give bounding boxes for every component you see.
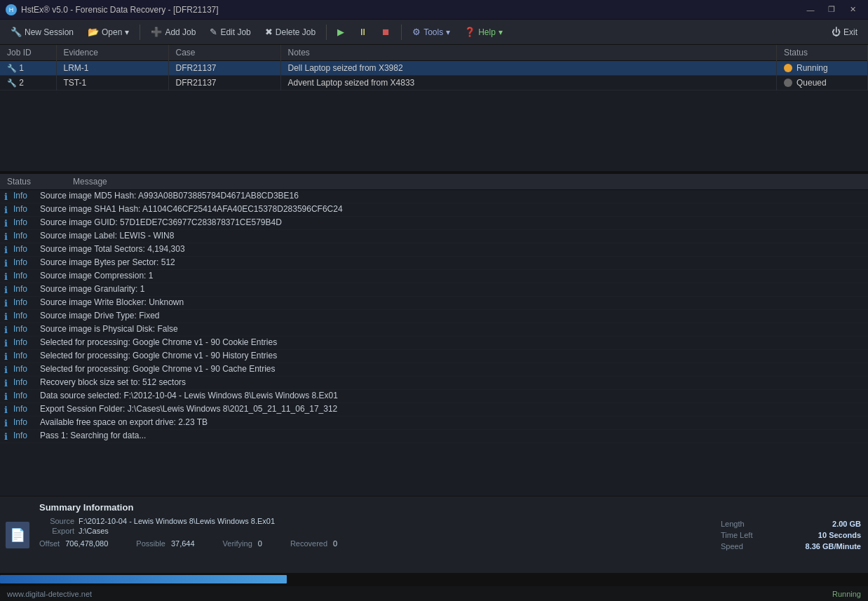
summary-panel: 📄 Summary Information Source F:\2012-10-… [0,496,868,573]
job-table-header: Job ID Evidence Case Notes Status [0,45,868,61]
length-row: Length 2.00 GB [721,520,861,528]
info-icon: ℹ [4,231,8,242]
summary-doc-icon: 📄 [6,522,29,548]
log-message: Source image Drive Type: Fixed [40,311,864,320]
log-header: Status Message [0,174,868,190]
website-label: www.digital-detective.net [7,590,92,598]
list-item: ℹ Info Source image Compression: 1 [0,270,868,283]
info-icon: ℹ [4,405,8,415]
export-label: Export [39,527,74,535]
col-notes: Notes [280,45,777,61]
info-icon: ℹ [4,218,8,229]
edit-job-button[interactable]: ✎ Edit Job [203,22,257,42]
info-icon: ℹ [4,285,8,295]
info-icon: ℹ [4,245,8,255]
log-message: Selected for processing: Google Chrome v… [40,364,864,374]
open-button[interactable]: 📂 Open ▾ [81,22,135,42]
info-icon: ℹ [4,338,8,349]
status-text: Running [796,63,828,73]
toolbar-separator-3 [401,25,402,40]
delete-job-button[interactable]: ✖ Delete Job [259,22,322,42]
job-icon: 🔧 [7,64,17,72]
restore-button[interactable]: ❐ [822,3,841,17]
info-icon: ℹ [4,378,8,389]
log-level: Info [13,324,34,334]
log-message: Recovery block size set to: 512 sectors [40,377,864,387]
pause-button[interactable]: ⏸ [352,22,374,42]
new-session-button[interactable]: 🔧 New Session [4,22,80,42]
offset-value: 706,478,080 [65,539,108,548]
cell-status: Queued [777,76,868,90]
log-level: Info [13,337,34,347]
log-body[interactable]: ℹ Info Source image MD5 Hash: A993A08B07… [0,190,868,496]
tools-button[interactable]: ⚙ Tools ▾ [406,22,456,42]
list-item: ℹ Info Source image Write Blocker: Unkno… [0,297,868,310]
verifying-stat: Verifying 0 [223,539,262,548]
log-level: Info [13,351,34,360]
status-dot [784,79,792,87]
minimize-button[interactable]: — [801,3,820,17]
info-icon: ℹ [4,271,8,282]
log-level: Info [13,271,34,281]
summary-source-row: Source F:\2012-10-04 - Lewis Windows 8\L… [39,517,710,525]
stop-button[interactable]: ⏹ [375,22,397,42]
add-job-icon: ➕ [151,27,162,37]
info-icon: ℹ [4,191,8,202]
log-message: Source image GUID: 57D1EDE7C36977C283878… [40,217,864,227]
log-message: Selected for processing: Google Chrome v… [40,337,864,347]
app-icon: H [6,4,17,15]
add-job-button[interactable]: ➕ Add Job [144,22,202,42]
list-item: ℹ Info Source image Total Sectors: 4,194… [0,243,868,257]
log-level: Info [13,297,34,307]
list-item: ℹ Info Source image MD5 Hash: A993A08B07… [0,190,868,203]
log-level: Info [13,311,34,320]
info-icon: ℹ [4,418,8,428]
offset-stat: Offset 706,478,080 [39,539,108,548]
tools-icon: ⚙ [412,27,421,37]
status-label: Running [832,590,861,598]
close-button[interactable]: ✕ [843,3,862,17]
log-col-status: Status [7,177,31,187]
log-level: Info [13,377,34,387]
list-item: ℹ Info Source image Granularity: 1 [0,283,868,297]
log-level: Info [13,364,34,374]
offset-label: Offset [39,539,60,548]
summary-export-row: Export J:\Cases [39,527,710,535]
list-item: ℹ Info Source image SHA1 Hash: A1104C46C… [0,203,868,217]
log-message: Source image Total Sectors: 4,194,303 [40,244,864,254]
progress-bar-fill [0,575,287,583]
status-dot [784,64,792,72]
summary-title: Summary Information [39,502,710,513]
log-panel: Status Message ℹ Info Source image MD5 H… [0,174,868,496]
cell-evidence: LRM-1 [56,61,168,76]
log-level: Info [13,391,34,400]
help-button[interactable]: ❓ Help ▾ [458,22,509,42]
table-row[interactable]: 🔧 2 TST-1 DFR21137 Advent Laptop seized … [0,76,868,90]
table-row[interactable]: 🔧 1 LRM-1 DFR21137 Dell Laptop seized fr… [0,61,868,76]
recovered-value: 0 [333,539,337,548]
list-item: ℹ Info Source image is Physical Disk: Fa… [0,323,868,337]
title-bar: H HstEx® v5.0 - Forensic Data Recovery -… [0,0,868,20]
log-level: Info [13,204,34,214]
toolbar-separator-1 [140,25,140,40]
log-level: Info [13,244,34,254]
log-level: Info [13,191,34,201]
list-item: ℹ Info Selected for processing: Google C… [0,337,868,350]
play-button[interactable]: ▶ [331,22,351,42]
info-icon: ℹ [4,311,8,322]
speed-label: Speed [721,542,743,551]
cell-evidence: TST-1 [56,76,168,90]
col-jobid: Job ID [0,45,56,61]
progress-bar-container [0,573,868,586]
list-item: ℹ Info Source image GUID: 57D1EDE7C36977… [0,217,868,230]
edit-job-icon: ✎ [210,27,217,37]
info-icon: ℹ [4,391,8,402]
stop-icon: ⏹ [381,27,391,37]
verifying-value: 0 [258,539,262,548]
help-icon: ❓ [464,27,475,37]
timeleft-row: Time Left 10 Seconds [721,531,861,539]
recovered-stat: Recovered 0 [290,539,337,548]
exit-button[interactable]: ⏻ Exit [825,22,864,42]
log-level: Info [13,404,34,414]
info-icon: ℹ [4,258,8,269]
